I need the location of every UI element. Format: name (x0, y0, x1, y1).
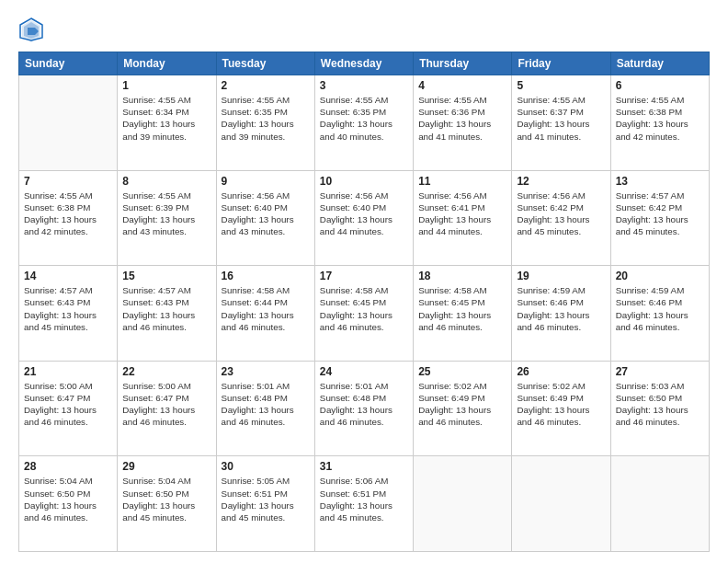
day-info-line: Daylight: 13 hours (24, 404, 112, 416)
day-info-line: and 45 minutes. (122, 511, 210, 523)
day-info-line: Daylight: 13 hours (418, 213, 506, 225)
day-info-line: Daylight: 13 hours (122, 118, 210, 130)
calendar-cell: 6Sunrise: 4:55 AMSunset: 6:38 PMDaylight… (610, 75, 709, 171)
calendar-cell: 26Sunrise: 5:02 AMSunset: 6:49 PMDayligh… (512, 361, 610, 456)
day-info-line: Sunrise: 4:55 AM (222, 94, 310, 106)
day-info-line: Sunset: 6:51 PM (320, 488, 408, 500)
day-info-line: and 45 minutes. (517, 225, 605, 237)
day-info-line: Sunset: 6:38 PM (616, 106, 704, 118)
day-info-line: Daylight: 13 hours (122, 213, 210, 225)
day-info-line: Daylight: 13 hours (222, 213, 310, 225)
day-info-line: Daylight: 13 hours (222, 118, 310, 130)
day-info-line: and 43 minutes. (122, 225, 210, 237)
day-info-line: Sunset: 6:42 PM (616, 201, 704, 213)
day-info-line: and 43 minutes. (222, 225, 310, 237)
day-header-thursday: Thursday (414, 52, 512, 75)
day-info-line: Sunset: 6:42 PM (517, 201, 605, 213)
day-number: 25 (418, 365, 506, 378)
day-info-line: and 45 minutes. (24, 321, 112, 333)
day-info-line: Sunset: 6:45 PM (418, 296, 506, 308)
day-number: 23 (222, 365, 310, 378)
day-info-line: and 41 minutes. (418, 131, 506, 143)
day-number: 28 (24, 460, 112, 473)
day-info-line: and 46 minutes. (616, 321, 704, 333)
calendar-cell (610, 456, 709, 552)
day-info-line: Daylight: 13 hours (222, 500, 310, 511)
day-info-line: Sunset: 6:36 PM (418, 106, 506, 118)
day-info-line: and 46 minutes. (24, 416, 112, 428)
day-info-line: Sunrise: 4:58 AM (222, 284, 310, 296)
day-number: 21 (24, 365, 112, 378)
day-info-line: Sunrise: 4:59 AM (616, 284, 704, 296)
day-info-line: Daylight: 13 hours (320, 213, 408, 225)
day-info-line: Daylight: 13 hours (320, 309, 408, 321)
day-info-line: and 42 minutes. (616, 131, 704, 143)
calendar-cell: 20Sunrise: 4:59 AMSunset: 6:46 PMDayligh… (610, 266, 709, 362)
day-number: 5 (517, 79, 605, 92)
day-number: 1 (122, 79, 210, 92)
day-info-line: Sunrise: 4:55 AM (24, 190, 112, 201)
day-number: 24 (320, 365, 408, 378)
day-info-line: Sunrise: 4:57 AM (122, 284, 210, 296)
calendar-page: SundayMondayTuesdayWednesdayThursdayFrid… (0, 0, 728, 563)
calendar-header-row: SundayMondayTuesdayWednesdayThursdayFrid… (19, 52, 710, 75)
day-info-line: and 46 minutes. (320, 321, 408, 333)
day-info-line: Daylight: 13 hours (24, 213, 112, 225)
day-info-line: Sunset: 6:39 PM (122, 201, 210, 213)
day-number: 2 (222, 79, 310, 92)
day-info-line: and 46 minutes. (517, 321, 605, 333)
day-info-line: Sunrise: 4:55 AM (517, 94, 605, 106)
day-info-line: Daylight: 13 hours (616, 309, 704, 321)
day-info-line: Sunrise: 4:58 AM (418, 284, 506, 296)
day-info-line: Daylight: 13 hours (222, 309, 310, 321)
day-info-line: and 46 minutes. (320, 416, 408, 428)
day-info-line: Sunset: 6:49 PM (418, 392, 506, 404)
calendar-week-row: 14Sunrise: 4:57 AMSunset: 6:43 PMDayligh… (19, 266, 710, 362)
day-info-line: and 41 minutes. (517, 131, 605, 143)
calendar-cell: 8Sunrise: 4:55 AMSunset: 6:39 PMDaylight… (118, 170, 216, 266)
day-info-line: and 45 minutes. (616, 225, 704, 237)
day-info-line: Sunset: 6:50 PM (122, 488, 210, 500)
calendar-cell: 17Sunrise: 4:58 AMSunset: 6:45 PMDayligh… (314, 266, 413, 362)
day-info-line: Sunrise: 5:06 AM (320, 475, 408, 487)
calendar-cell (512, 456, 610, 552)
logo (18, 17, 48, 42)
calendar-cell: 14Sunrise: 4:57 AMSunset: 6:43 PMDayligh… (19, 266, 118, 362)
day-info-line: Sunset: 6:37 PM (517, 106, 605, 118)
day-info-line: Sunset: 6:43 PM (24, 296, 112, 308)
day-info-line: Sunrise: 4:55 AM (122, 94, 210, 106)
day-info-line: and 46 minutes. (418, 321, 506, 333)
day-info-line: Sunrise: 4:56 AM (222, 190, 310, 201)
day-info-line: Sunset: 6:46 PM (616, 296, 704, 308)
day-header-wednesday: Wednesday (314, 52, 413, 75)
calendar-week-row: 21Sunrise: 5:00 AMSunset: 6:47 PMDayligh… (19, 361, 710, 456)
day-info-line: Daylight: 13 hours (122, 309, 210, 321)
day-number: 27 (616, 365, 704, 378)
day-info-line: and 40 minutes. (320, 131, 408, 143)
day-info-line: Sunrise: 4:55 AM (418, 94, 506, 106)
calendar-cell: 15Sunrise: 4:57 AMSunset: 6:43 PMDayligh… (118, 266, 216, 362)
calendar-cell: 31Sunrise: 5:06 AMSunset: 6:51 PMDayligh… (314, 456, 413, 552)
day-info-line: Sunrise: 5:02 AM (517, 380, 605, 392)
day-info-line: Daylight: 13 hours (320, 118, 408, 130)
calendar-cell: 2Sunrise: 4:55 AMSunset: 6:35 PMDaylight… (216, 75, 314, 171)
day-info-line: Sunset: 6:49 PM (517, 392, 605, 404)
day-info-line: and 46 minutes. (222, 416, 310, 428)
day-info-line: Sunrise: 5:00 AM (24, 380, 112, 392)
day-info-line: Sunset: 6:51 PM (222, 488, 310, 500)
calendar-cell: 18Sunrise: 4:58 AMSunset: 6:45 PMDayligh… (414, 266, 512, 362)
day-info-line: Sunset: 6:43 PM (122, 296, 210, 308)
day-info-line: and 45 minutes. (222, 511, 310, 523)
day-info-line: Daylight: 13 hours (616, 404, 704, 416)
day-number: 4 (418, 79, 506, 92)
day-info-line: Daylight: 13 hours (122, 500, 210, 511)
day-info-line: and 46 minutes. (122, 416, 210, 428)
day-info-line: Daylight: 13 hours (122, 404, 210, 416)
calendar-cell: 1Sunrise: 4:55 AMSunset: 6:34 PMDaylight… (118, 75, 216, 171)
day-info-line: Sunrise: 4:56 AM (517, 190, 605, 201)
day-number: 18 (418, 270, 506, 282)
calendar-cell: 21Sunrise: 5:00 AMSunset: 6:47 PMDayligh… (19, 361, 118, 456)
day-header-monday: Monday (118, 52, 216, 75)
day-info-line: and 44 minutes. (320, 225, 408, 237)
day-info-line: Sunset: 6:38 PM (24, 201, 112, 213)
